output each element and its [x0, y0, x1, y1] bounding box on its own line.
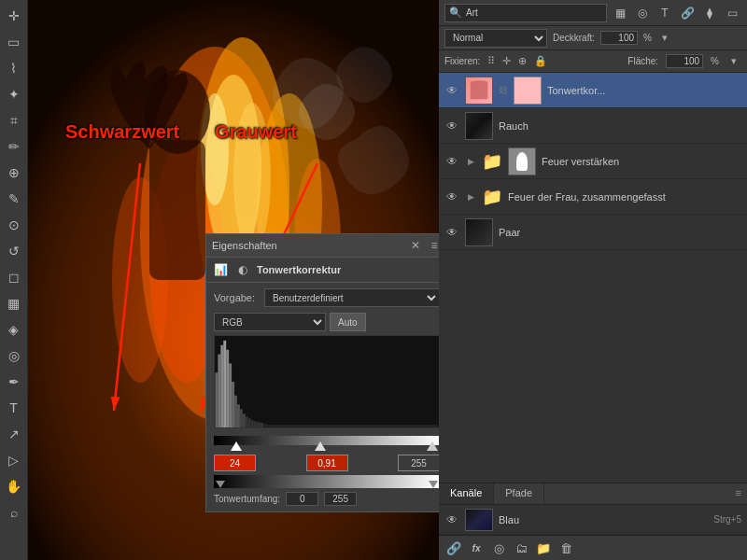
panel-options-icon[interactable]: ≡	[730, 483, 747, 504]
tab-kanaele[interactable]: Kanäle	[439, 483, 494, 504]
adjustment-layer-icon[interactable]: 🗂	[512, 539, 530, 557]
adjustment-title: Tonwertkorrektur	[257, 264, 341, 275]
lock-artboard-icon[interactable]: ⊕	[518, 55, 527, 67]
add-mask-icon[interactable]: ◎	[489, 539, 508, 557]
adjustment-icon[interactable]: ⧫	[700, 4, 719, 22]
gray-slider-handle[interactable]	[315, 441, 326, 451]
curves-tab-icon[interactable]: ◐	[234, 261, 251, 278]
svg-rect-31	[254, 421, 257, 427]
svg-rect-28	[246, 416, 248, 427]
properties-panel: Eigenschaften ✕ ≡ 📊 ◐ Tonwertkorrektur V…	[205, 233, 439, 512]
svg-rect-25	[237, 405, 240, 428]
lock-label: Fixieren:	[444, 56, 480, 66]
range-min-input[interactable]	[286, 492, 318, 506]
layer-visibility-paar[interactable]: 👁	[444, 225, 459, 240]
pen-tool[interactable]: ✒	[2, 370, 26, 394]
layer-item-paar[interactable]: 👁 Paar	[439, 215, 747, 250]
opacity-input[interactable]	[600, 31, 638, 45]
output-black-handle[interactable]	[216, 481, 225, 488]
brush-tool[interactable]: ✎	[2, 187, 26, 211]
black-slider-handle[interactable]	[231, 441, 242, 451]
text-icon[interactable]: T	[655, 4, 674, 22]
layer-item-rauch[interactable]: 👁 Rauch	[439, 108, 747, 144]
magic-wand-tool[interactable]: ✦	[2, 82, 26, 106]
delete-layer-icon[interactable]: 🗑	[557, 539, 575, 557]
flame-shape	[516, 152, 528, 171]
bottom-toolbar: 🔗 fx ◎ 🗂 📁 🗑	[439, 535, 747, 560]
black-value-input[interactable]	[214, 455, 256, 471]
crop-tool[interactable]: ⌗	[2, 108, 26, 133]
flaeche-arrow[interactable]: ▾	[726, 54, 741, 69]
opacity-arrow[interactable]: ▾	[657, 31, 672, 46]
properties-title: Eigenschaften	[212, 240, 277, 251]
flaeche-input[interactable]	[666, 54, 703, 68]
gradient-tool[interactable]: ▦	[2, 291, 26, 315]
link-layers-icon[interactable]: 🔗	[444, 539, 463, 557]
lasso-tool[interactable]: ⌇	[2, 56, 26, 80]
auto-button[interactable]: Auto	[330, 313, 366, 331]
link-icon[interactable]: 🔗	[678, 4, 697, 22]
lock-all-icon[interactable]: 🔒	[534, 55, 547, 67]
properties-menu-btn[interactable]: ≡	[427, 238, 439, 253]
preset-select[interactable]: Benutzerdefiniert	[264, 288, 439, 307]
svg-rect-23	[232, 382, 234, 427]
layer-visibility-tonwert[interactable]: 👁	[444, 83, 459, 98]
properties-close-btn[interactable]: ✕	[408, 238, 423, 253]
layer-visibility-feuer-verstaerken[interactable]: 👁	[444, 154, 459, 169]
gray-value-input[interactable]	[306, 455, 348, 471]
channel-item-blau[interactable]: 👁 Blau Strg+5	[439, 505, 747, 535]
lock-row: Fixieren: ⠿ ✛ ⊕ 🔒 Fläche: % ▾	[439, 50, 747, 73]
layer-expand-feuer-der-frau[interactable]: ▶	[465, 191, 476, 203]
channel-visibility-blau[interactable]: 👁	[444, 512, 459, 527]
histogram-tab-icon[interactable]: 📊	[212, 261, 229, 278]
output-white-handle[interactable]	[429, 481, 438, 488]
lock-pixels-icon[interactable]: ⠿	[487, 55, 495, 67]
clone-tool[interactable]: ⊙	[2, 213, 26, 237]
eyedropper-tool[interactable]: ✏	[2, 134, 26, 159]
new-group-icon[interactable]: 📁	[534, 539, 553, 557]
history-tool[interactable]: ↺	[2, 239, 26, 263]
canvas-area: ✛ ▭ ⌇ ✦ ⌗ ✏ ⊕ ✎ ⊙ ↺ ◻ ▦ ◈ ◎ ✒ T ↗ ▷ ✋ ⌕	[0, 0, 439, 560]
search-box[interactable]: 🔍	[444, 4, 607, 22]
healing-tool[interactable]: ⊕	[2, 161, 26, 185]
layer-thumb-icon[interactable]: ▦	[611, 4, 629, 22]
svg-rect-16	[215, 336, 438, 427]
zoom-tool[interactable]: ⌕	[2, 500, 26, 525]
hand-tool[interactable]: ✋	[2, 474, 26, 498]
select-tool[interactable]: ▭	[2, 30, 26, 54]
tab-pfade[interactable]: Pfade	[494, 483, 544, 504]
text-tool[interactable]: T	[2, 396, 26, 420]
layer-expand-feuer-verstaerken[interactable]: ▶	[465, 156, 476, 167]
range-max-input[interactable]	[324, 492, 357, 506]
white-value-input[interactable]	[398, 455, 439, 471]
layer-visibility-rauch[interactable]: 👁	[444, 119, 459, 133]
blend-mode-select[interactable]: Normal	[444, 29, 547, 48]
eraser-tool[interactable]: ◻	[2, 265, 26, 289]
search-input[interactable]	[466, 7, 602, 18]
dodge-tool[interactable]: ◎	[2, 343, 26, 368]
layer-item-feuer-der-frau[interactable]: 👁 ▶ 📁 Feuer der Frau, zusammengefasst	[439, 179, 747, 215]
white-slider-handle[interactable]	[427, 441, 438, 451]
circle-icon[interactable]: ◎	[633, 4, 652, 22]
blur-tool[interactable]: ◈	[2, 317, 26, 342]
layer-name-paar: Paar	[499, 227, 741, 238]
shape-tool[interactable]: ▷	[2, 448, 26, 472]
svg-rect-12	[149, 140, 205, 280]
path-select-tool[interactable]: ↗	[2, 422, 26, 446]
svg-rect-22	[229, 363, 232, 427]
layer-item-feuer-verstaerken[interactable]: 👁 ▶ 📁 Feuer verstärken	[439, 144, 747, 179]
channel-select[interactable]: RGB	[214, 313, 326, 331]
layer-visibility-feuer-der-frau[interactable]: 👁	[444, 189, 459, 204]
move-tool[interactable]: ✛	[2, 4, 26, 28]
svg-rect-30	[251, 420, 254, 427]
fx-icon[interactable]: fx	[467, 539, 486, 557]
svg-rect-17	[215, 372, 218, 427]
main-container: ✛ ▭ ⌇ ✦ ⌗ ✏ ⊕ ✎ ⊙ ↺ ◻ ▦ ◈ ◎ ✒ T ↗ ▷ ✋ ⌕	[0, 0, 747, 560]
layer-item-tonwert[interactable]: 👁 ⛓ Tonwertkor...	[439, 73, 747, 108]
opacity-percent: %	[643, 33, 652, 43]
properties-titlebar: Eigenschaften ✕ ≡	[206, 234, 439, 258]
panel-menu-icon[interactable]: ▭	[723, 4, 741, 22]
lock-position-icon[interactable]: ✛	[502, 55, 511, 67]
preset-label: Vorgabe:	[214, 292, 261, 303]
layer-name-feuer-verstaerken: Feuer verstärken	[542, 156, 741, 167]
